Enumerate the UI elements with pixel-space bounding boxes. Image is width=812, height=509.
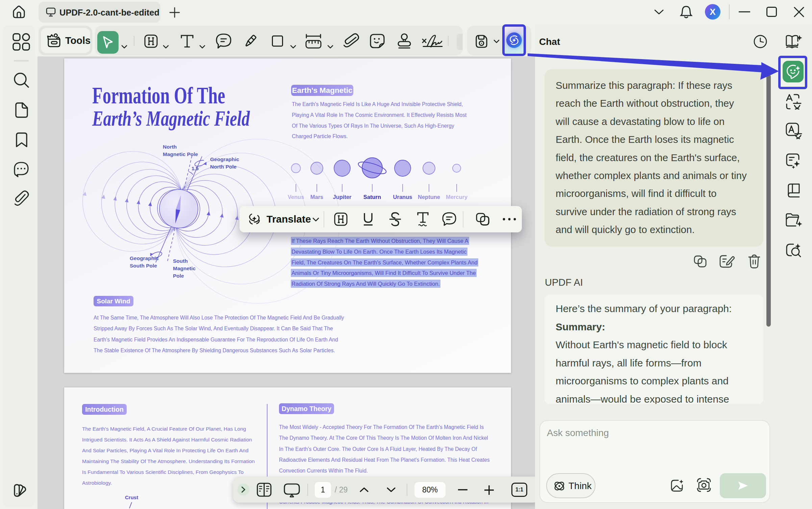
svg-text:Neptune: Neptune xyxy=(418,194,440,200)
svg-text:Magnetic: Magnetic xyxy=(173,265,196,271)
svg-text:Pole: Pole xyxy=(173,273,184,279)
svg-text:South: South xyxy=(173,258,188,264)
svg-text:Magnetic Pole: Magnetic Pole xyxy=(163,151,198,157)
svg-text:South Pole: South Pole xyxy=(130,263,157,269)
svg-text:Uranus: Uranus xyxy=(393,194,412,200)
svg-text:North: North xyxy=(163,144,177,150)
svg-text:Geographic: Geographic xyxy=(210,156,239,162)
svg-text:Saturn: Saturn xyxy=(363,194,381,200)
svg-text:Geographic: Geographic xyxy=(130,255,159,261)
svg-text:1.5: 1.5 xyxy=(192,166,199,171)
svg-text:Mercury: Mercury xyxy=(446,194,468,200)
svg-text:North Pole: North Pole xyxy=(210,164,237,170)
